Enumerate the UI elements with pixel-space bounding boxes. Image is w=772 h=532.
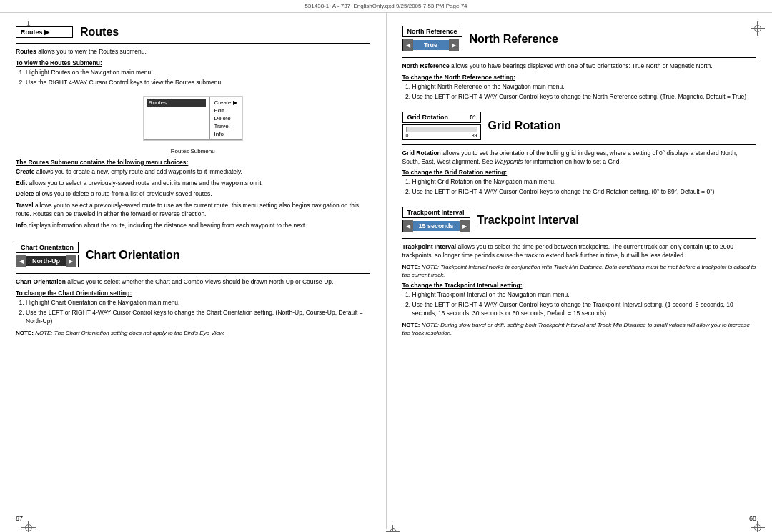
chart-widget-col: Chart Orientation ◀ North-Up ▶: [16, 242, 79, 269]
chart-steps: Highlight Chart Orientation on the Navig…: [26, 299, 370, 326]
routes-label-box: Routes ▶: [16, 26, 73, 38]
grid-range: 0 89: [406, 133, 477, 138]
grid-label-value: 0°: [470, 114, 476, 121]
submenu-travel: Travel: [213, 122, 239, 130]
routes-section-header: Routes ▶ Routes: [16, 26, 370, 39]
trackpoint-description: Trackpoint Interval allows you to select…: [402, 243, 757, 260]
trackpoint-control-widget: ◀ 15 seconds ▶: [402, 220, 470, 232]
north-description: North Reference allows you to have beari…: [402, 62, 757, 71]
spacer-3: [402, 200, 757, 207]
trackpoint-note2: NOTE: NOTE: During slow travel or drift,…: [402, 321, 757, 337]
create-desc: Create allows you to create a new, empty…: [16, 168, 370, 177]
left-column: Routes ▶ Routes Routes allows you to vie…: [0, 13, 387, 529]
chart-right-arrow[interactable]: ▶: [66, 255, 76, 267]
delete-desc: Delete allows you to delete a route from…: [16, 190, 370, 199]
grid-change-heading: To change the Grid Rotation setting:: [402, 169, 757, 176]
trackpoint-divider: [402, 238, 757, 239]
north-divider: [402, 57, 757, 58]
grid-label-box: Grid Rotation 0°: [402, 112, 481, 123]
chart-orientation-section-header: Chart Orientation ◀ North-Up ▶ Chart Ori…: [16, 242, 370, 269]
north-right-arrow[interactable]: ▶: [449, 39, 459, 51]
north-ref-section-header: North Reference ◀ True ▶ North Reference: [402, 26, 757, 53]
north-left-arrow[interactable]: ◀: [403, 39, 413, 51]
north-change-heading: To change the North Reference setting:: [402, 74, 757, 81]
chart-label: Chart Orientation: [21, 244, 74, 251]
view-step-1: Highlight Routes on the Navigation main …: [26, 69, 370, 77]
trackpoint-value: 15 seconds: [413, 221, 460, 231]
north-label: North Reference: [407, 28, 457, 35]
chart-divider: [16, 273, 370, 274]
trackpoint-widget-col: Trackpoint Interval ◀ 15 seconds ▶: [402, 207, 470, 234]
view-step-2: Use the RIGHT 4-WAY Cursor Control keys …: [26, 79, 370, 87]
trackpoint-section-header: Trackpoint Interval ◀ 15 seconds ▶ Track…: [402, 207, 757, 234]
north-steps: Highlight North Reference on the Navigat…: [412, 83, 757, 102]
submenu-create: Create ▶: [213, 99, 239, 107]
submenu-delete: Delete: [213, 114, 239, 122]
spacer-2: [402, 104, 757, 112]
north-label-box: North Reference: [402, 26, 462, 37]
grid-min: 0: [406, 133, 409, 138]
routes-submenu-box: Routes Create ▶ Edit Delete Travel Info: [143, 96, 243, 141]
trackpoint-steps: Highlight Trackpoint Interval on the Nav…: [412, 291, 757, 318]
trackpoint-label: Trackpoint Interval: [407, 209, 465, 216]
chart-note: NOTE: NOTE: The Chart Orientation settin…: [16, 329, 370, 337]
contains-heading: The Routes Submenu contains the followin…: [16, 159, 370, 166]
grid-step-1: Highlight Grid Rotation on the Navigatio…: [412, 178, 757, 187]
submenu-edit: Edit: [213, 107, 239, 114]
submenu-left: Routes: [144, 97, 209, 140]
grid-steps: Highlight Grid Rotation on the Navigatio…: [412, 178, 757, 197]
header-text: 531438-1_A - 737_EnglishOnly.qxd 9/25/20…: [305, 3, 467, 9]
view-submenu-steps: Highlight Routes on the Navigation main …: [26, 69, 370, 87]
routes-divider: [16, 43, 370, 44]
submenu-right: Create ▶ Edit Delete Travel Info: [209, 97, 242, 140]
grid-slider-bar: [406, 127, 477, 132]
info-desc: Info displays information about the rout…: [16, 222, 370, 230]
page-header: 531438-1_A - 737_EnglishOnly.qxd 9/25/20…: [0, 0, 772, 13]
chart-label-box: Chart Orientation: [16, 242, 79, 253]
trackpoint-step-2: Use the LEFT or RIGHT 4-WAY Cursor Contr…: [412, 301, 757, 318]
north-widget-col: North Reference ◀ True ▶: [402, 26, 462, 53]
chart-control-widget: ◀ North-Up ▶: [16, 255, 79, 267]
routes-description: Routes allows you to view the Routes sub…: [16, 48, 370, 56]
chart-title: Chart Orientation: [86, 249, 180, 262]
north-control-widget: ◀ True ▶: [402, 39, 462, 51]
submenu-routes: Routes: [147, 99, 206, 107]
grid-step-2: Use the LEFT or RIGHT 4-WAY Cursor Contr…: [412, 188, 757, 197]
trackpoint-left-arrow[interactable]: ◀: [403, 220, 413, 232]
submenu-info: Info: [213, 130, 239, 138]
grid-max: 89: [472, 133, 477, 138]
chart-step-1: Highlight Chart Orientation on the Navig…: [26, 299, 370, 307]
grid-slider-fill: [407, 127, 408, 132]
north-step-1: Highlight North Reference on the Navigat…: [412, 83, 757, 92]
north-step-2: Use the LEFT or RIGHT 4-WAY Cursor Contr…: [412, 93, 757, 102]
chart-description: Chart Orientation allows you to select w…: [16, 278, 370, 287]
trackpoint-right-arrow[interactable]: ▶: [460, 220, 470, 232]
view-submenu-heading: To view the Routes Submenu:: [16, 59, 370, 66]
edit-desc: Edit allows you to select a previously-s…: [16, 179, 370, 188]
trackpoint-note1: NOTE: NOTE: Trackpoint Interval works in…: [402, 263, 757, 279]
trackpoint-label-box: Trackpoint Interval: [402, 207, 470, 218]
routes-submenu-visual: Routes Create ▶ Edit Delete Travel Info …: [16, 90, 370, 154]
travel-desc: Travel allows you to select a previously…: [16, 202, 370, 219]
spacer-1: [16, 233, 370, 242]
grid-description: Grid Rotation allows you to set the orie…: [402, 149, 757, 167]
chart-left-arrow[interactable]: ◀: [16, 255, 26, 267]
north-value: True: [413, 40, 449, 50]
chart-value: North-Up: [26, 256, 66, 266]
trackpoint-step-1: Highlight Trackpoint Interval on the Nav…: [412, 291, 757, 300]
routes-title: Routes: [80, 26, 119, 39]
grid-widget-col: Grid Rotation 0° 0 89: [402, 112, 481, 140]
submenu-caption: Routes Submenu: [171, 148, 215, 154]
grid-label: Grid Rotation: [407, 114, 449, 121]
routes-arrow: ▶: [44, 29, 49, 36]
submenu-items: Routes Create ▶ Edit Delete Travel Info: [144, 97, 242, 140]
trackpoint-change-heading: To change the Trackpoint Interval settin…: [402, 282, 757, 289]
chart-change-heading: To change the Chart Orientation setting:: [16, 290, 370, 297]
routes-bold: Routes: [16, 48, 36, 55]
grid-title: Grid Rotation: [488, 119, 561, 132]
north-title: North Reference: [470, 33, 558, 46]
grid-divider: [402, 144, 757, 145]
chart-step-2: Use the LEFT or RIGHT 4-WAY Cursor Contr…: [26, 309, 370, 326]
grid-rotation-section-header: Grid Rotation 0° 0 89 Grid Rotation: [402, 112, 757, 140]
trackpoint-title: Trackpoint Interval: [477, 214, 579, 227]
